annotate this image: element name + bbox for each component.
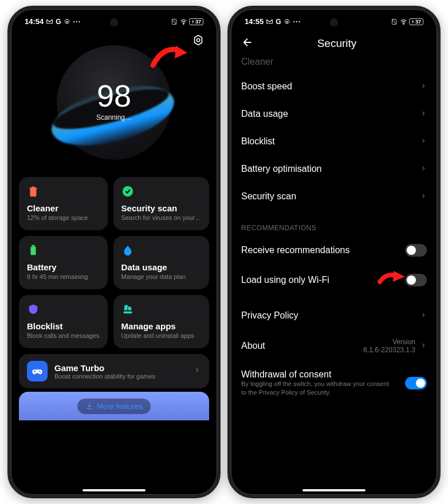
- gmail-icon: [46, 18, 53, 25]
- home-indicator[interactable]: [302, 489, 366, 491]
- more-dots-icon: ···: [293, 17, 301, 26]
- card-battery[interactable]: Battery 8 hr 45 min remaining: [19, 236, 108, 289]
- card-cleaner[interactable]: Cleaner 12% of storage space: [19, 177, 108, 230]
- home-indicator[interactable]: [82, 489, 146, 491]
- chevron-right-icon: [193, 366, 201, 376]
- security-score-status: Scanning…: [96, 113, 132, 121]
- card-subtitle: 8 hr 45 min remaining: [27, 273, 100, 280]
- card-title: Cleaner: [27, 203, 100, 213]
- row-battery-optimisation[interactable]: Battery optimisation: [241, 155, 427, 183]
- download-icon: [85, 402, 93, 410]
- more-features-banner[interactable]: More features: [19, 392, 209, 420]
- toggle-receive-recommendations[interactable]: [405, 244, 427, 257]
- svg-point-9: [286, 21, 288, 22]
- card-subtitle: Search for viruses on your…: [121, 214, 201, 221]
- gmail-icon: [266, 18, 273, 25]
- row-receive-recommendations: Receive recommendations: [241, 235, 427, 265]
- phone-frame-security-settings: 14:55 G ··· 37 Security Cleaner: [227, 6, 441, 498]
- battery-percent: 37: [195, 19, 201, 25]
- card-title: Security scan: [121, 203, 201, 213]
- battery-percent: 37: [415, 19, 421, 25]
- row-privacy-policy[interactable]: Privacy Policy: [241, 302, 427, 329]
- battery-icon: [27, 244, 40, 257]
- toggle-withdrawal-consent[interactable]: [405, 377, 427, 389]
- section-header-recommendations: RECOMMENDATIONS: [241, 210, 427, 235]
- gamepad-icon: [27, 361, 48, 381]
- card-manage-apps[interactable]: Manage apps Update and uninstall apps: [113, 295, 209, 348]
- side-button: [440, 84, 441, 124]
- google-icon: G: [56, 18, 61, 26]
- row-label: Data usage: [241, 109, 288, 119]
- card-subtitle: Update and uninstall apps: [121, 332, 201, 339]
- back-button[interactable]: [241, 36, 254, 51]
- svg-rect-5: [30, 247, 36, 255]
- status-time: 14:55: [245, 17, 264, 26]
- wifi-icon: [400, 18, 407, 25]
- shield-icon: [27, 303, 40, 316]
- row-label: About: [241, 341, 265, 351]
- annotation-arrow-icon: [378, 269, 406, 289]
- wifi-icon: [180, 18, 187, 25]
- page-title: Security: [264, 37, 410, 50]
- row-label: Privacy Policy: [241, 310, 298, 321]
- trash-icon: [27, 185, 40, 198]
- annotation-arrow-icon: [150, 44, 190, 71]
- chevron-right-icon: [420, 341, 427, 351]
- settings-gear-button[interactable]: [192, 34, 205, 49]
- row-label: Receive recommendations: [241, 245, 349, 255]
- chevron-right-icon: [420, 81, 427, 92]
- front-camera-notch: [330, 18, 338, 26]
- toggle-load-wifi-only[interactable]: [405, 274, 427, 286]
- front-camera-notch: [110, 18, 118, 26]
- svg-point-7: [39, 371, 40, 372]
- battery-indicator: 37: [409, 18, 423, 25]
- svg-point-11: [403, 23, 404, 24]
- card-game-turbo[interactable]: Game Turbo Boost connection stability fo…: [19, 354, 209, 388]
- card-subtitle: Boost connection stability for games: [54, 373, 186, 380]
- about-version-value: 6.1.6-220323.1.3: [363, 346, 415, 354]
- row-cleaner-faded[interactable]: Cleaner: [241, 56, 427, 73]
- side-button: [440, 132, 441, 190]
- apps-icon: [121, 303, 134, 316]
- shield-check-icon: [121, 185, 134, 198]
- droplet-icon: [121, 244, 134, 257]
- more-features-label: More features: [97, 402, 143, 411]
- row-withdrawal-of-consent: Withdrawal of consent By toggling off th…: [241, 363, 427, 404]
- card-title: Manage apps: [121, 321, 201, 331]
- phone-frame-security-home: 14:54 G ··· 37: [7, 6, 221, 498]
- svg-point-0: [66, 21, 68, 22]
- header: Security: [231, 28, 437, 56]
- card-data-usage[interactable]: Data usage Manage your data plan: [113, 236, 209, 289]
- row-label: Load using only Wi-Fi: [241, 275, 329, 285]
- google-icon: G: [276, 18, 281, 26]
- row-data-usage[interactable]: Data usage: [241, 100, 427, 128]
- card-title: Blocklist: [27, 321, 100, 331]
- row-subtitle: By toggling off the switch, you withdraw…: [241, 380, 390, 397]
- about-version-label: Version: [363, 338, 415, 346]
- row-security-scan[interactable]: Security scan: [241, 183, 427, 210]
- card-title: Data usage: [121, 262, 201, 272]
- row-label: Blocklist: [241, 136, 275, 147]
- no-sim-icon: [391, 18, 398, 25]
- side-button: [220, 84, 221, 124]
- card-subtitle: Block calls and messages: [27, 332, 100, 339]
- battery-indicator: 37: [189, 18, 203, 25]
- row-label: Boost speed: [241, 81, 292, 92]
- chevron-right-icon: [420, 310, 427, 321]
- row-blocklist[interactable]: Blocklist: [241, 128, 427, 155]
- svg-rect-6: [32, 245, 35, 247]
- card-blocklist[interactable]: Blocklist Block calls and messages: [19, 295, 108, 348]
- more-dots-icon: ···: [73, 17, 81, 26]
- settings-status-icon: [64, 18, 71, 25]
- side-button: [220, 132, 221, 190]
- svg-point-3: [197, 38, 200, 42]
- svg-point-8: [40, 372, 41, 373]
- row-boost-speed[interactable]: Boost speed: [241, 73, 427, 100]
- more-features-button[interactable]: More features: [77, 399, 151, 414]
- row-label: Battery optimisation: [241, 164, 322, 174]
- card-security-scan[interactable]: Security scan Search for viruses on your…: [113, 177, 209, 230]
- row-about[interactable]: About Version 6.1.6-220323.1.3: [241, 329, 427, 363]
- row-label: Withdrawal of consent: [241, 369, 390, 380]
- chevron-right-icon: [420, 109, 427, 119]
- card-title: Battery: [27, 262, 100, 272]
